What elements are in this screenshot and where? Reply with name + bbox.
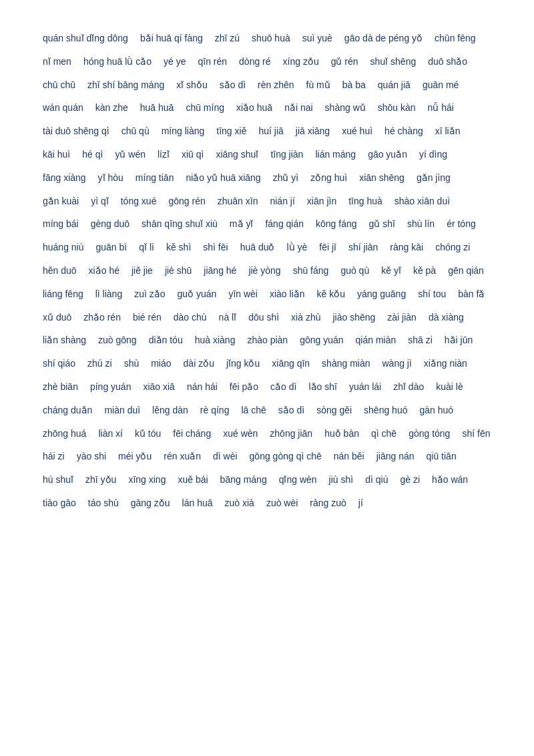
phrase-item: yīn wèi: [226, 282, 260, 306]
phrase-item: rè qíng: [198, 399, 232, 422]
phrase-item: yǐ hòu: [95, 166, 126, 190]
phrase-item: fēi cháng: [170, 422, 214, 445]
phrase-item: nǚ hái: [425, 96, 457, 120]
phrase-item: kě shì: [164, 236, 194, 259]
phrase-item: yáng guāng: [354, 282, 409, 306]
phrase-item: mǎ yǐ: [227, 212, 256, 236]
phrase-item: jiào shēng: [330, 306, 378, 329]
phrase-item: quán shuǐ dǐng dōng: [40, 27, 131, 50]
phrase-item: gǔ shī: [366, 212, 398, 236]
phrase-item: nǎi nai: [282, 96, 315, 120]
phrase-item: bàn fǎ: [455, 282, 487, 306]
phrase-item: wán quán: [40, 96, 86, 120]
phrase-item: zhǎo rén: [81, 306, 123, 329]
phrase-item: zài jiàn: [384, 306, 419, 329]
phrase-list: quán shuǐ dǐng dōngbǎi huā qí fàngzhī zú…: [40, 27, 494, 515]
phrase-item: jiù shì: [326, 468, 356, 492]
phrase-item: jǐng kǒu: [224, 352, 262, 375]
phrase-item: gōng gòng qì chē: [247, 445, 324, 468]
phrase-item: shàng wǔ: [322, 96, 368, 120]
phrase-item: suì yuè: [300, 27, 335, 50]
phrase-item: kě yǐ: [378, 259, 404, 282]
phrase-item: nǐ men: [40, 50, 74, 73]
phrase-item: gōng yuán: [297, 329, 346, 352]
phrase-item: gāo dà de péng yǒ: [342, 27, 425, 50]
phrase-item: huí jiā: [256, 120, 286, 143]
phrase-item: nián jí: [267, 190, 297, 213]
phrase-item: lì liàng: [93, 282, 125, 306]
phrase-item: xiào liǎn: [267, 282, 308, 306]
phrase-item: kōng fáng: [313, 212, 360, 236]
phrase-item: jiā xiāng: [293, 120, 332, 143]
phrase-item: bāng máng: [218, 468, 270, 492]
phrase-item: míng bái: [40, 212, 81, 236]
phrase-item: kǔ tóu: [132, 422, 164, 445]
phrase-item: niǎo yǔ huā xiāng: [183, 166, 263, 190]
phrase-item: xià zhù: [288, 306, 323, 329]
phrase-item: miáo: [148, 352, 174, 375]
phrase-item: tīng huà: [346, 190, 385, 213]
phrase-item: qīn rén: [195, 50, 230, 73]
phrase-item: huǒ bàn: [322, 422, 362, 445]
phrase-item: fù mǔ: [304, 73, 333, 97]
phrase-item: zuò wèi: [264, 492, 300, 515]
phrase-item: jiě jie: [129, 259, 156, 282]
phrase-item: xiāo xiā: [140, 375, 177, 399]
phrase-item: quán jiā: [375, 73, 413, 97]
phrase-item: nà lǐ: [216, 306, 240, 329]
phrase-item: dì qiú: [362, 468, 390, 492]
phrase-item: zuò xià: [222, 492, 257, 515]
phrase-item: rèn zhēn: [255, 73, 296, 97]
phrase-item: nán běi: [331, 445, 367, 468]
phrase-item: shì fēi: [200, 236, 230, 259]
phrase-item: shuō huà: [249, 27, 293, 50]
phrase-item: huā duǒ: [238, 236, 278, 259]
phrase-item: kāi huì: [40, 143, 73, 166]
phrase-item: xiǎng niàn: [421, 352, 470, 375]
phrase-item: shù lín: [405, 212, 437, 236]
phrase-item: ér tóng: [444, 212, 479, 236]
phrase-item: chū chū: [40, 73, 78, 97]
phrase-item: lā chē: [238, 399, 268, 422]
phrase-item: hǎi jūn: [442, 329, 475, 352]
phrase-item: xīng xing: [125, 468, 168, 492]
phrase-item: zhǔ yì: [270, 166, 302, 190]
phrase-item: liàn xí: [95, 422, 125, 445]
phrase-item: xiǎo huā: [234, 96, 275, 120]
phrase-item: gèng duō: [88, 212, 132, 236]
phrase-item: dào chù: [171, 306, 210, 329]
phrase-item: kuài lè: [433, 375, 465, 399]
phrase-item: tóng xué: [118, 190, 160, 213]
phrase-item: xiāng qīn: [269, 352, 312, 375]
phrase-item: zǒng huì: [308, 166, 350, 190]
phrase-item: liǎn shàng: [40, 329, 89, 352]
phrase-item: xiū qì: [179, 143, 206, 166]
phrase-item: qǐng wèn: [276, 468, 320, 492]
phrase-item: xiǎo hé: [86, 259, 122, 282]
phrase-item: zhī yǒu: [83, 468, 119, 492]
phrase-item: guò qù: [338, 259, 372, 282]
phrase-item: gēn qián: [445, 259, 487, 282]
phrase-item: xuě bái: [175, 468, 210, 492]
phrase-item: qián miàn: [353, 329, 399, 352]
phrase-item: fāng xiàng: [40, 166, 89, 190]
phrase-item: jiè yòng: [246, 259, 283, 282]
phrase-item: yào shi: [74, 445, 109, 468]
phrase-item: zhào piàn: [244, 329, 290, 352]
phrase-item: ràng kāi: [387, 236, 426, 259]
phrase-item: zhī shí bāng máng: [85, 73, 167, 97]
phrase-item: lǜ yè: [284, 236, 310, 259]
phrase-item: gǎn jìng: [414, 166, 453, 190]
phrase-item: gǔ rén: [328, 50, 361, 73]
phrase-item: shàng miàn: [319, 352, 372, 375]
phrase-item: cháng duǎn: [40, 399, 95, 422]
phrase-item: gōng rén: [166, 190, 208, 213]
phrase-item: tiào gāo: [40, 492, 79, 515]
phrase-item: xī liǎn: [433, 120, 463, 143]
phrase-item: guān mé: [420, 73, 461, 97]
phrase-item: nán hái: [184, 375, 220, 399]
phrase-item: hǎo wán: [429, 468, 471, 492]
phrase-item: huā huā: [138, 96, 177, 120]
phrase-item: shí fēn: [459, 422, 493, 445]
phrase-item: chū qù: [119, 120, 152, 143]
